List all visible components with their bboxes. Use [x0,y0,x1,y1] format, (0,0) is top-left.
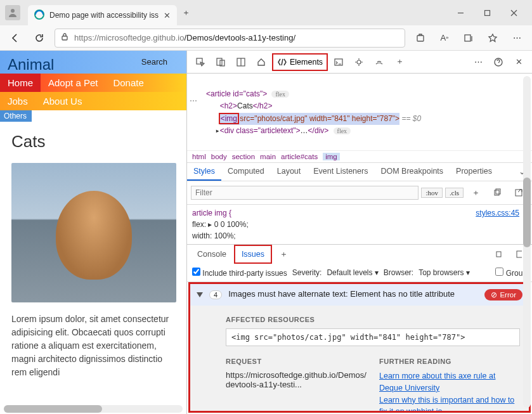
others-pill[interactable]: Others [0,110,32,122]
dock-icon[interactable] [231,53,250,71]
svg-rect-11 [217,58,222,65]
svg-rect-7 [417,36,424,41]
svg-rect-22 [517,251,522,257]
network-icon[interactable] [370,53,389,71]
issue-title: Images must have alternate text: Element… [228,289,478,299]
maximize-button[interactable] [474,3,500,22]
styles-body: article img {styles.css:45 flex: ▸ 0 0 1… [187,205,532,244]
sources-icon[interactable] [349,53,368,71]
inspect-icon[interactable] [191,53,210,71]
copy-icon[interactable] [488,184,507,202]
cat-image [11,163,176,302]
dom-breadcrumb[interactable]: html body section main article#cats img [187,150,532,162]
window-titlebar: Demo page with accessibility iss ✕ ＋ [0,0,532,25]
svg-rect-21 [496,252,501,257]
svg-rect-10 [197,58,202,64]
svg-rect-19 [496,189,500,194]
secondary-nav: Jobs About Us [0,92,186,110]
affected-heading: AFFECTED RESOURCES [226,316,520,323]
include-third-party[interactable]: Include third-party issues [192,268,287,278]
back-button[interactable] [6,29,24,47]
issue-row[interactable]: 4 Images must have alternate text: Eleme… [190,284,529,306]
console-icon[interactable] [329,53,348,71]
source-link[interactable]: styles.css:45 [476,207,519,219]
tab-console[interactable]: Console [191,246,233,262]
nav-about[interactable]: About Us [36,92,90,110]
extensions-icon[interactable] [412,29,429,47]
further-heading: FURTHER READING [379,358,520,365]
error-badge: ⊘ Error [484,289,522,301]
hov-toggle[interactable]: :hov [421,188,443,198]
nav-donate[interactable]: Donate [105,74,151,92]
browser-select[interactable]: Top browsers ▾ [418,268,470,277]
svg-point-16 [357,60,361,64]
tab-elements[interactable]: Elements [272,53,328,71]
page-heading: Cats [11,132,175,152]
filter-input[interactable] [191,186,418,200]
chevron-down-icon[interactable] [197,292,203,297]
cls-toggle[interactable]: .cls [445,188,464,198]
tab-styles[interactable]: Styles [187,163,221,181]
nav-jobs[interactable]: Jobs [0,92,36,110]
kebab-icon[interactable]: ⋯ [469,53,488,71]
reading-icon[interactable]: A» [436,29,453,47]
page-viewport: Animal Search Home Adopt a Pet Donate Jo… [0,51,187,414]
further-link-1[interactable]: Learn more about this axe rule at Deque … [379,370,520,394]
styles-toolbar: :hov .cls ＋ [187,181,532,205]
favorite-icon[interactable] [484,29,502,47]
drawer-settings-icon[interactable] [489,245,508,263]
new-style-icon[interactable]: ＋ [466,184,485,202]
plus-icon[interactable]: ＋ [390,53,409,71]
welcome-icon[interactable] [252,53,271,71]
selected-img-tag[interactable]: <img [220,114,238,123]
svg-rect-20 [516,190,522,196]
url-box[interactable]: https://microsoftedge.github.io/Demos/de… [55,29,405,48]
collections-icon[interactable] [460,29,477,47]
svg-rect-3 [484,10,490,15]
tab-computed[interactable]: Computed [221,163,271,181]
svg-rect-6 [62,36,67,40]
svg-rect-18 [495,190,499,195]
tab-layout[interactable]: Layout [271,163,308,181]
svg-rect-8 [465,35,470,41]
affected-code: <img src="photos/cat.jpg" width="841" he… [226,328,520,346]
devtools-toolbar: Elements ＋ ⋯ ✕ [187,51,532,74]
tab-properties[interactable]: Properties [450,163,498,181]
group-toggle[interactable]: Group [495,268,527,278]
device-icon[interactable] [211,53,230,71]
lock-icon [60,32,69,43]
tab-dom-breakpoints[interactable]: DOM Breakpoints [374,163,450,181]
primary-nav: Home Adopt a Pet Donate [0,74,186,92]
more-icon[interactable]: ⋯ [508,29,526,47]
page-paragraph: Lorem ipsum dolor, sit amet consectetur … [11,313,175,379]
profile-icon[interactable] [5,5,20,20]
minimize-button[interactable] [447,3,474,22]
tab-issues[interactable]: Issues [234,245,272,264]
close-button[interactable] [500,3,527,22]
issues-panel: 4 Images must have alternate text: Eleme… [188,282,531,413]
add-drawer-tab[interactable]: ＋ [273,245,294,264]
svg-point-0 [11,9,15,13]
styles-tabs: Styles Computed Layout Event Listeners D… [187,162,532,181]
devtools-scrollbar[interactable] [523,76,531,408]
nav-adopt[interactable]: Adopt a Pet [41,74,105,92]
devtools-panel: Elements ＋ ⋯ ✕ ▼<article id="cats"> flex… [187,51,532,414]
severity-select[interactable]: Default levels ▾ [327,268,378,277]
nav-home[interactable]: Home [0,74,41,92]
refresh-button[interactable] [30,29,48,47]
issues-filter-bar: Include third-party issues Severity: Def… [187,264,532,282]
tab-title: Demo page with accessibility iss [49,11,159,20]
request-heading: REQUEST [226,358,367,365]
further-link-2[interactable]: Learn why this is important and how to f… [379,394,520,413]
help-icon[interactable] [489,53,508,71]
close-devtools-icon[interactable]: ✕ [509,53,528,71]
browser-tab[interactable]: Demo page with accessibility iss ✕ [28,5,177,25]
new-tab-button[interactable]: ＋ [177,4,195,22]
dom-tree[interactable]: ▼<article id="cats"> flex <h2>Cats</h2> … [187,74,532,150]
tab-event-listeners[interactable]: Event Listeners [307,163,374,181]
close-icon[interactable]: ✕ [164,11,171,20]
search-label: Search [141,57,167,67]
horizontal-scrollbar[interactable] [4,405,183,413]
request-url: https://microsoftedge.github.io/Demos/de… [226,370,367,389]
drawer-tabs: Console Issues ＋ [187,244,532,264]
